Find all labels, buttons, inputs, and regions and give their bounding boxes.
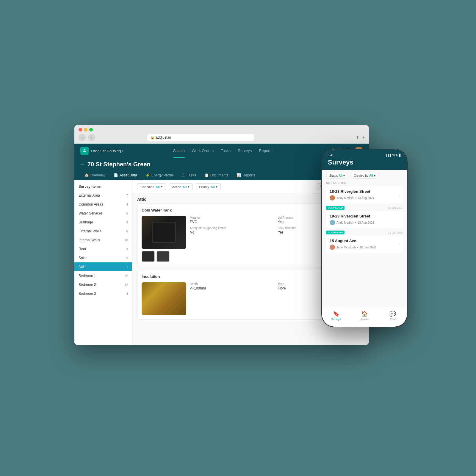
page-back-button[interactable]: ← (80, 162, 85, 167)
survey-1-title: 18-23 Riverglen Street (330, 189, 399, 194)
maximize-dot[interactable] (89, 128, 93, 131)
tank-thumb-2[interactable] (156, 251, 170, 262)
action-filter[interactable]: Action All ▾ (169, 183, 193, 190)
sidebar-item-internal-walls[interactable]: Internal Walls 10 (74, 236, 132, 245)
insulation-image (142, 282, 186, 315)
phone-signal-icons: ▐▐▐ WiFi ▊ (386, 154, 401, 157)
condition-caret-icon: ▾ (161, 185, 163, 189)
nav-tasks[interactable]: Tasks (221, 144, 231, 158)
tasks-icon: ☰ (182, 173, 185, 177)
brand-caret-icon[interactable]: ▾ (122, 149, 123, 153)
survey-2-avatar (330, 220, 335, 225)
tab-tasks[interactable]: ☰ Tasks (178, 171, 200, 180)
phone-survey-card-3[interactable]: 15 August Ave Jane Mcintosh • 10 Jan 202… (326, 236, 403, 253)
survey-1-avatar (330, 195, 335, 201)
energy-icon: ⚡ (145, 173, 150, 177)
priority-caret-icon: ▾ (216, 185, 217, 189)
sidebar-header: Survey Items (74, 180, 132, 191)
phone-header: 9:41 ▐▐▐ WiFi ▊ Surveys (322, 149, 407, 170)
assets-nav-icon: 🏠 (361, 311, 368, 317)
tab-energy-profile[interactable]: ⚡ Energy Profile (141, 171, 178, 180)
survey-2-meta: Andy Mcdish • 13 Aug 2021 (330, 220, 399, 225)
survey-1-chevron-icon: › (399, 193, 400, 197)
phone-survey-card-1[interactable]: 18-23 Riverglen Street Andy Mcdish • 13 … (326, 186, 403, 203)
wifi-icon: WiFi (392, 154, 398, 157)
phone-nav-assets[interactable]: 🏠 Assets (350, 311, 378, 321)
page-title-row: ← 70 St Stephen's Green (80, 161, 363, 168)
not-started-label: NOT STARTED (326, 181, 403, 184)
completed-badge-1: COMPLETED (326, 206, 345, 210)
phone-screen: 9:41 ▐▐▐ WiFi ▊ Surveys Status All ▾ (322, 149, 407, 327)
phone-time: 9:41 (328, 154, 333, 157)
nav-reports[interactable]: Reports (259, 144, 273, 158)
survey-3-avatar (330, 245, 335, 250)
phone-filter-row: Status All ▾ Created by All ▾ (326, 173, 403, 178)
phone-status-bar: 9:41 ▐▐▐ WiFi ▊ (328, 152, 401, 159)
survey-2-title: 18-23 Riverglen Street (330, 214, 399, 218)
sidebar-item-bedroom3[interactable]: Bedroom 3 4 (74, 289, 132, 298)
lock-icon: 🔒 (150, 135, 155, 140)
asset-data-icon: 📄 (114, 173, 118, 177)
phone-app-title: Surveys (328, 159, 401, 170)
sidebar-item-solar[interactable]: Solar 5 (74, 253, 132, 262)
url-bar[interactable]: 🔒 addjust.io (147, 134, 254, 141)
close-dot[interactable] (79, 128, 82, 131)
page-tabs: 🏠 Overview 📄 Asset Data ⚡ Energy Profile… (80, 171, 363, 180)
browser-action-icons: ⬆ + (356, 135, 365, 140)
phone-content: Status All ▾ Created by All ▾ NOT STARTE… (322, 170, 407, 308)
url-text: addjust.io (156, 135, 171, 140)
completed-date-2: 11 Jan 2020 (388, 231, 403, 234)
sidebar-item-common-areas[interactable]: Common Areas 4 (74, 200, 132, 209)
tab-documents[interactable]: 📋 Documents (200, 171, 233, 180)
phone-nav-surveys[interactable]: 🔖 Surveys (322, 311, 350, 321)
documents-icon: 📋 (204, 173, 209, 177)
tank-thumb-1[interactable] (142, 251, 155, 262)
sidebar-item-bedroom2[interactable]: Bedroom 2 12 (74, 280, 132, 289)
sidebar-item-roof[interactable]: Roof 3 (74, 245, 132, 253)
phone-status-filter[interactable]: Status All ▾ (326, 173, 348, 178)
phone-nav-chat[interactable]: 💬 Chat (379, 311, 407, 321)
browser-toolbar: ‹ › 🔒 addjust.io ⬆ + (79, 134, 365, 141)
forward-button[interactable]: › (88, 134, 95, 141)
priority-filter[interactable]: Priority All ▾ (196, 183, 221, 190)
survey-1-meta: Andy Mcdish • 13 Aug 2021 (330, 195, 399, 201)
signal-icon: ▐▐▐ (386, 154, 391, 157)
nav-surveys[interactable]: Surveys (238, 144, 252, 158)
share-icon[interactable]: ⬆ (356, 135, 359, 140)
app-logo: A (80, 147, 89, 155)
completed-badge-2: COMPLETED (326, 231, 345, 234)
reports-icon: 📊 (237, 173, 241, 177)
depth-field: Depth <=100mm (190, 282, 272, 290)
main-nav: Assets Work Orders Tasks Surveys Reports (173, 144, 273, 158)
new-tab-icon[interactable]: + (362, 135, 365, 140)
action-caret-icon: ▾ (188, 185, 190, 189)
app-brand[interactable]: +Addjust Housing (90, 149, 121, 153)
phone-created-filter[interactable]: Created by All ▾ (350, 173, 379, 178)
nav-work-orders[interactable]: Work Orders (192, 144, 214, 158)
phone-survey-card-2[interactable]: 18-23 Riverglen Street Andy Mcdish • 13 … (326, 211, 403, 228)
sidebar-item-water-services[interactable]: Water Services 5 (74, 209, 132, 218)
survey-3-title: 15 August Ave (330, 239, 399, 243)
minimize-dot[interactable] (84, 128, 87, 131)
survey-3-meta: Jane Mcintosh • 10 Jan 2020 (330, 245, 399, 250)
completed-date-1: 14 Mar 2021 (388, 206, 403, 209)
phone-bottom-nav: 🔖 Surveys 🏠 Assets 💬 Chat (322, 308, 407, 327)
battery-icon: ▊ (399, 154, 401, 157)
sidebar-item-external-walls[interactable]: External Walls 6 (74, 227, 132, 236)
sidebar-item-attic[interactable]: Attic • (74, 262, 132, 271)
back-button[interactable]: ‹ (79, 134, 86, 141)
tab-overview[interactable]: 🏠 Overview (80, 171, 109, 180)
sidebar: Survey Items External Area 7 Common Area… (74, 180, 132, 345)
tab-asset-data[interactable]: 📄 Asset Data (109, 171, 141, 180)
sidebar-item-bedroom1[interactable]: Bedroom 1 12 (74, 271, 132, 280)
tank-thumbnails (142, 251, 186, 262)
material-field: Material PVC (190, 216, 272, 224)
condition-filter[interactable]: Condition All ▾ (137, 183, 166, 190)
created-caret-icon: ▾ (374, 174, 375, 177)
sidebar-item-external-area[interactable]: External Area 7 (74, 191, 132, 200)
nav-assets[interactable]: Assets (173, 144, 185, 158)
sidebar-item-drainage[interactable]: Drainage 3 (74, 218, 132, 227)
survey-3-chevron-icon: › (399, 242, 400, 246)
tab-reports[interactable]: 📊 Reports (232, 171, 259, 180)
browser-chrome: ‹ › 🔒 addjust.io ⬆ + (74, 125, 369, 144)
